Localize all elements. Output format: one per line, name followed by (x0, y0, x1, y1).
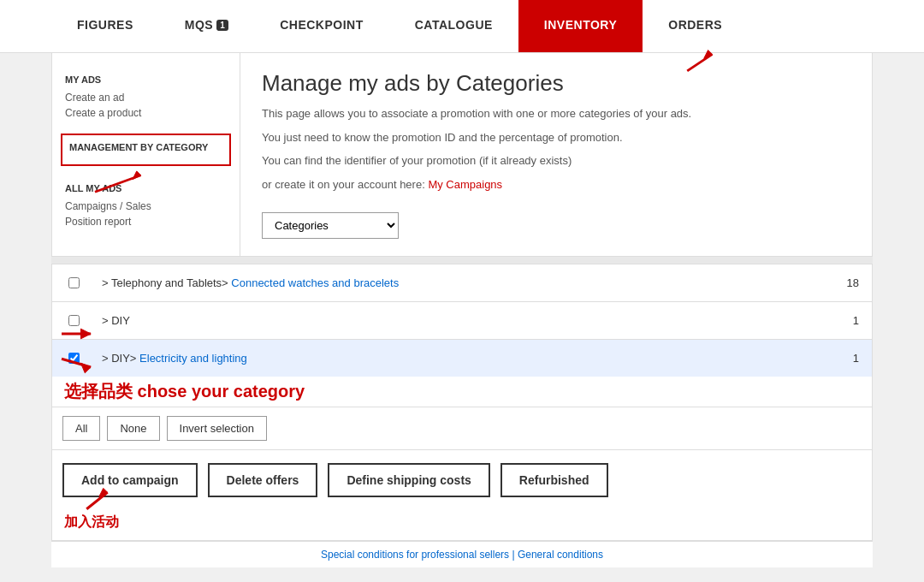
none-button[interactable]: None (107, 416, 159, 441)
refurbished-button[interactable]: Refurbished (500, 463, 608, 497)
row1-link[interactable]: Connected watches and bracelets (231, 276, 399, 289)
separator (51, 257, 873, 264)
row3-checkbox-col (52, 353, 95, 364)
nav-mqs[interactable]: MQS 1 (159, 0, 254, 52)
row1-checkbox[interactable] (68, 277, 80, 288)
nav-mqs-badge: 1 (216, 20, 228, 31)
page-title: Manage my ads by Categories (262, 70, 850, 97)
table-section: > Telephony and Tablets> Connected watch… (51, 264, 873, 541)
sidebar-mgmt-title: MANAGEMENT BY CATEGORY (69, 142, 222, 152)
main-panel: MY ADS Create an ad Create a product MAN… (51, 53, 873, 257)
nav-catalogue[interactable]: CATALOGUE (389, 0, 518, 52)
table-row: > DIY> Electricity and lighting 1 (52, 339, 872, 377)
sidebar-campaigns[interactable]: Campaigns / Sales (65, 199, 227, 214)
content-panel: Manage my ads by Categories This page al… (240, 53, 872, 256)
nav-figures-label: FIGURES (77, 18, 133, 32)
footer-general-conditions[interactable]: General conditions (518, 549, 603, 561)
add-to-campaign-button[interactable]: Add to campaign (62, 463, 198, 497)
row2-count: 1 (820, 314, 872, 327)
sidebar-myads-section: MY ADS Create an ad Create a product (52, 66, 240, 129)
desc-line4-text: or create it on your account here: (262, 178, 425, 191)
my-campaigns-link[interactable]: My Campaigns (428, 178, 502, 191)
delete-offers-button[interactable]: Delete offers (208, 463, 318, 497)
all-button[interactable]: All (62, 416, 100, 441)
row3-link[interactable]: Electricity and lighting (139, 352, 247, 365)
invert-selection-button[interactable]: Invert selection (167, 416, 267, 441)
annotation-add-campaign: 加入活动 (52, 510, 872, 540)
row3-checkbox[interactable] (68, 353, 80, 364)
sidebar: MY ADS Create an ad Create a product MAN… (52, 53, 240, 256)
desc-line2: You just need to know the promotion ID a… (262, 129, 850, 146)
annotation-row: 选择品类 chose your category (52, 377, 872, 407)
row1-checkbox-col (52, 277, 95, 288)
footer-links: Special conditions for professional sell… (51, 541, 873, 567)
nav-figures[interactable]: FIGURES (51, 0, 159, 52)
nav-catalogue-label: CATALOGUE (415, 18, 493, 32)
nav-mqs-label: MQS (185, 18, 213, 32)
categories-dropdown[interactable]: Categories (262, 212, 399, 239)
sidebar-myads-title: MY ADS (65, 74, 227, 85)
row1-count: 18 (820, 276, 872, 289)
selection-action-bar: All None Invert selection (52, 407, 872, 449)
sidebar-create-product[interactable]: Create a product (65, 105, 227, 121)
nav-orders[interactable]: ORDERS (643, 0, 748, 52)
top-navigation: FIGURES MQS 1 CHECKPOINT CATALOGUE INVEN… (0, 0, 924, 53)
desc-line4: or create it on your account here: My Ca… (262, 176, 850, 193)
row3-content: > DIY> Electricity and lighting (95, 343, 820, 373)
nav-inventory[interactable]: INVENTORY (518, 0, 643, 52)
annotation-chinese-campaign: 加入活动 (64, 511, 119, 532)
desc-line3-text: You can find the identifier of your prom… (262, 154, 572, 167)
nav-checkpoint-label: CHECKPOINT (280, 18, 364, 32)
row2-checkbox-col (52, 315, 95, 326)
desc-line1: This page allows you to associate a prom… (262, 105, 850, 122)
bottom-action-bar: Add to campaign Delete offers Define shi… (52, 449, 872, 510)
sidebar-create-ad[interactable]: Create an ad (65, 90, 227, 105)
footer-special-conditions[interactable]: Special conditions for professional sell… (321, 549, 509, 561)
nav-checkpoint[interactable]: CHECKPOINT (254, 0, 389, 52)
sidebar-position[interactable]: Position report (65, 214, 227, 229)
sidebar-mgmt-box[interactable]: MANAGEMENT BY CATEGORY (61, 134, 231, 166)
nav-orders-label: ORDERS (668, 18, 722, 32)
table-row: > DIY 1 (52, 301, 872, 339)
sidebar-allmy-section: ALL MY ADS Campaigns / Sales Position re… (52, 175, 240, 238)
row2-content: > DIY (95, 306, 820, 336)
table-row: > Telephony and Tablets> Connected watch… (52, 264, 872, 301)
desc-line3: You can find the identifier of your prom… (262, 152, 850, 169)
define-shipping-button[interactable]: Define shipping costs (328, 463, 489, 497)
row1-content: > Telephony and Tablets> Connected watch… (95, 268, 820, 298)
annotation-chinese-category: 选择品类 chose your category (64, 382, 305, 401)
sidebar-allmy-title: ALL MY ADS (65, 183, 227, 193)
row3-count: 1 (820, 352, 872, 365)
row2-checkbox[interactable] (68, 315, 80, 326)
nav-inventory-label: INVENTORY (544, 18, 617, 32)
